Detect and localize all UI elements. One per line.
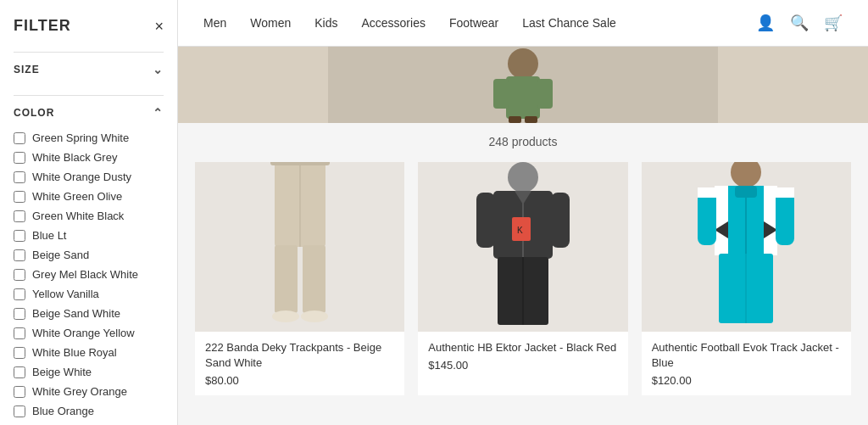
svg-rect-9 xyxy=(275,245,298,313)
size-filter-section: SIZE ⌄ xyxy=(14,52,164,95)
color-checkbox-beige-sand[interactable] xyxy=(14,249,25,261)
svg-rect-3 xyxy=(493,79,509,109)
color-item-white-orange-dusty[interactable]: White Orange Dusty xyxy=(14,167,164,187)
nav-link-kids[interactable]: Kids xyxy=(314,16,337,30)
product-card-product-3[interactable]: Authentic Football Evok Track Jacket - B… xyxy=(642,162,851,395)
color-label-white-green-olive: White Green Olive xyxy=(32,190,122,203)
color-label-white-orange-yellow: White Orange Yellow xyxy=(32,327,135,339)
color-item-white-blue-royal[interactable]: White Blue Royal xyxy=(14,343,164,362)
color-chevron-icon: ⌃ xyxy=(153,106,164,120)
color-item-green-white-black[interactable]: Green White Black xyxy=(14,206,164,226)
color-item-white-green-olive[interactable]: White Green Olive xyxy=(14,187,164,206)
svg-rect-10 xyxy=(303,245,326,313)
product-name-product-3: Authentic Football Evok Track Jacket - B… xyxy=(652,340,841,371)
color-checkbox-beige-sand-white[interactable] xyxy=(14,308,25,320)
account-icon[interactable]: 👤 xyxy=(756,14,775,32)
svg-rect-30 xyxy=(735,186,757,198)
color-item-blue-orange[interactable]: Blue Orange xyxy=(14,401,164,421)
color-item-beige-sand-white[interactable]: Beige Sand White xyxy=(14,304,164,323)
color-section-header[interactable]: COLOR ⌃ xyxy=(14,106,164,120)
close-filter-button[interactable]: × xyxy=(154,19,164,34)
color-label-beige-white: Beige White xyxy=(32,366,92,378)
product-image-product-1 xyxy=(195,162,404,332)
filter-title: FILTER xyxy=(14,17,71,35)
color-list: Green Spring WhiteWhite Black GreyWhite … xyxy=(14,128,164,421)
color-label-beige-sand: Beige Sand xyxy=(32,249,89,261)
product-card-product-2[interactable]: K Authentic HB Ektor Jacket - Black Red$… xyxy=(418,162,627,395)
svg-rect-35 xyxy=(776,187,794,198)
color-label-white-black-grey: White Black Grey xyxy=(32,151,117,164)
svg-rect-18 xyxy=(476,193,495,248)
color-label-blue-orange: Blue Orange xyxy=(32,405,94,417)
product-card-product-1[interactable]: 222 Banda Deky Trackpants - Beige Sand W… xyxy=(195,162,404,395)
svg-point-14 xyxy=(508,162,538,193)
nav-link-women[interactable]: Women xyxy=(250,16,291,30)
color-checkbox-blue-lt[interactable] xyxy=(14,230,25,242)
color-item-white-grey-orange[interactable]: White Grey Orange xyxy=(14,382,164,401)
nav-links: MenWomenKidsAccessoriesFootwearLast Chan… xyxy=(203,16,616,30)
color-item-grey-mel-black-white[interactable]: Grey Mel Black White xyxy=(14,265,164,284)
product-price-product-2: $145.00 xyxy=(428,359,617,372)
color-label-white-orange-dusty: White Orange Dusty xyxy=(32,171,131,183)
color-label-yellow-vanilla: Yellow Vanilla xyxy=(32,288,99,300)
nav-link-last-chance-sale[interactable]: Last Chance Sale xyxy=(522,16,616,30)
color-checkbox-white-green-olive[interactable] xyxy=(14,191,25,203)
color-item-yellow-vanilla[interactable]: Yellow Vanilla xyxy=(14,284,164,304)
color-checkbox-green-white-black[interactable] xyxy=(14,210,25,222)
product-info-product-2: Authentic HB Ektor Jacket - Black Red$14… xyxy=(418,332,627,380)
svg-rect-26 xyxy=(715,186,728,255)
product-price-product-3: $120.00 xyxy=(652,374,841,387)
product-name-product-2: Authentic HB Ektor Jacket - Black Red xyxy=(428,340,617,355)
color-item-white-orange-yellow[interactable]: White Orange Yellow xyxy=(14,323,164,343)
svg-rect-4 xyxy=(537,79,553,109)
svg-point-12 xyxy=(272,310,299,322)
color-item-blue-lt[interactable]: Blue Lt xyxy=(14,226,164,245)
svg-point-24 xyxy=(731,162,761,187)
nav-bar: MenWomenKidsAccessoriesFootwearLast Chan… xyxy=(178,0,868,47)
color-item-beige-sand[interactable]: Beige Sand xyxy=(14,245,164,265)
color-label-blue-lt: Blue Lt xyxy=(32,229,66,242)
filter-sidebar: FILTER × SIZE ⌄ COLOR ⌃ Green Spring Whi… xyxy=(0,0,178,425)
color-checkbox-white-grey-orange[interactable] xyxy=(14,386,25,398)
products-grid: 222 Banda Deky Trackpants - Beige Sand W… xyxy=(195,162,851,395)
svg-rect-2 xyxy=(506,76,540,119)
color-label-white-blue-royal: White Blue Royal xyxy=(32,346,117,359)
color-checkbox-blue-orange[interactable] xyxy=(14,405,25,417)
color-label-grey-mel-black-white: Grey Mel Black White xyxy=(32,268,138,281)
product-price-product-1: $80.00 xyxy=(205,374,394,387)
color-checkbox-green-spring-white[interactable] xyxy=(14,132,25,144)
product-info-product-3: Authentic Football Evok Track Jacket - B… xyxy=(642,332,851,395)
products-count: 248 products xyxy=(195,135,851,148)
nav-link-men[interactable]: Men xyxy=(203,16,226,30)
color-item-green-spring-white[interactable]: Green Spring White xyxy=(14,128,164,148)
svg-rect-6 xyxy=(525,116,537,123)
cart-icon[interactable]: 🛒 xyxy=(824,14,843,32)
color-checkbox-white-orange-yellow[interactable] xyxy=(14,327,25,339)
svg-rect-27 xyxy=(764,186,777,255)
hero-image xyxy=(328,47,718,123)
color-label-beige-sand-white: Beige Sand White xyxy=(32,307,120,320)
color-label-green-spring-white: Green Spring White xyxy=(32,131,129,144)
color-item-white-black-grey[interactable]: White Black Grey xyxy=(14,148,164,167)
sidebar-header: FILTER × xyxy=(14,17,164,35)
color-checkbox-white-blue-royal[interactable] xyxy=(14,347,25,359)
color-checkbox-yellow-vanilla[interactable] xyxy=(14,288,25,300)
color-checkbox-white-black-grey[interactable] xyxy=(14,152,25,164)
product-info-product-1: 222 Banda Deky Trackpants - Beige Sand W… xyxy=(195,332,404,395)
svg-rect-11 xyxy=(270,162,330,165)
svg-rect-19 xyxy=(551,193,570,248)
color-label-white-grey-orange: White Grey Orange xyxy=(32,385,127,398)
nav-link-footwear[interactable]: Footwear xyxy=(449,16,498,30)
color-section-label: COLOR xyxy=(14,107,54,119)
product-name-product-1: 222 Banda Deky Trackpants - Beige Sand W… xyxy=(205,340,394,371)
search-icon[interactable]: 🔍 xyxy=(790,14,809,32)
color-item-beige-white[interactable]: Beige White xyxy=(14,362,164,382)
size-section-header[interactable]: SIZE ⌄ xyxy=(14,63,164,76)
nav-link-accessories[interactable]: Accessories xyxy=(361,16,425,30)
color-filter-section: COLOR ⌃ Green Spring WhiteWhite Black Gr… xyxy=(14,95,164,425)
color-checkbox-grey-mel-black-white[interactable] xyxy=(14,269,25,281)
color-checkbox-beige-white[interactable] xyxy=(14,366,25,378)
svg-point-13 xyxy=(301,310,328,322)
color-checkbox-white-orange-dusty[interactable] xyxy=(14,171,25,183)
size-chevron-icon: ⌄ xyxy=(153,63,164,76)
